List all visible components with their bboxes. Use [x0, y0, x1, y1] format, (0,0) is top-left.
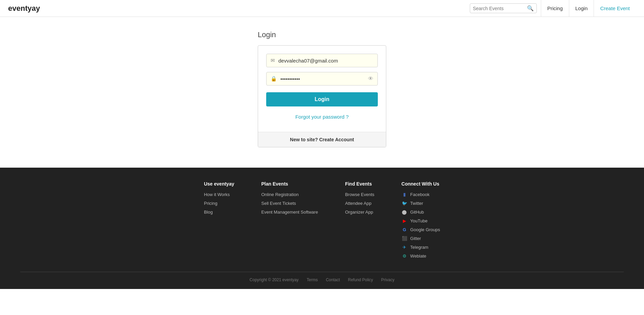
create-account-link[interactable]: New to site? Create Account — [290, 137, 354, 142]
login-link[interactable]: Login — [569, 0, 594, 17]
sell-tickets-link[interactable]: Sell Event Tickets — [261, 201, 296, 206]
gitter-label: Gitter — [410, 236, 421, 241]
privacy-link[interactable]: Privacy — [381, 277, 394, 282]
list-item: Browse Events — [345, 191, 374, 197]
google-groups-label: Google Groups — [410, 227, 440, 232]
twitter-icon: 🐦 — [401, 200, 408, 206]
list-item: Online Registration — [261, 191, 318, 197]
footer-use-eventyay: Use eventyay How it Works Pricing Blog — [204, 181, 234, 262]
navbar-right: 🔍 Pricing Login Create Event — [470, 0, 636, 17]
password-field[interactable] — [280, 76, 368, 82]
twitter-label: Twitter — [410, 201, 423, 206]
facebook-label: Facebook — [410, 192, 430, 197]
youtube-icon: ▶ — [401, 218, 408, 224]
main-content: Login ✉ 🔒 👁 Login Forgot your password ?… — [0, 17, 644, 168]
email-icon: ✉ — [271, 57, 275, 64]
login-title: Login — [258, 30, 276, 39]
copyright-text: Copyright © 2021 eventyay — [250, 277, 299, 282]
blog-link[interactable]: Blog — [204, 210, 213, 215]
pricing-link[interactable]: Pricing — [541, 0, 569, 17]
create-event-link[interactable]: Create Event — [594, 0, 636, 17]
login-card-footer: New to site? Create Account — [258, 132, 386, 147]
telegram-link[interactable]: ✈ Telegram — [401, 244, 440, 250]
footer-plan-events-links: Online Registration Sell Event Tickets E… — [261, 191, 318, 215]
youtube-label: YouTube — [410, 218, 428, 223]
facebook-link[interactable]: ▮ Facebook — [401, 191, 440, 197]
footer: Use eventyay How it Works Pricing Blog P… — [0, 168, 644, 289]
organizer-app-link[interactable]: Organizer App — [345, 210, 373, 215]
twitter-link[interactable]: 🐦 Twitter — [401, 200, 440, 206]
gitter-link[interactable]: ⬛ Gitter — [401, 235, 440, 241]
email-input-group: ✉ — [266, 54, 378, 67]
telegram-icon: ✈ — [401, 244, 408, 250]
footer-divider — [20, 272, 624, 272]
search-button[interactable]: 🔍 — [527, 5, 534, 11]
login-card: ✉ 🔒 👁 Login Forgot your password ? New t… — [258, 45, 386, 147]
browse-events-link[interactable]: Browse Events — [345, 192, 374, 197]
navbar: eventyay 🔍 Pricing Login Create Event — [0, 0, 644, 17]
footer-content: Use eventyay How it Works Pricing Blog P… — [0, 181, 644, 272]
how-it-works-link[interactable]: How it Works — [204, 192, 230, 197]
pricing-footer-link[interactable]: Pricing — [204, 201, 217, 206]
email-field[interactable] — [278, 58, 373, 64]
telegram-label: Telegram — [410, 245, 428, 250]
footer-plan-events: Plan Events Online Registration Sell Eve… — [261, 181, 318, 262]
toggle-password-icon[interactable]: 👁 — [368, 76, 373, 82]
login-button[interactable]: Login — [266, 92, 378, 106]
password-input-group: 🔒 👁 — [266, 72, 378, 86]
google-groups-icon: G — [401, 226, 408, 233]
gitter-icon: ⬛ — [401, 235, 408, 241]
list-item: Attendee App — [345, 200, 374, 206]
youtube-link[interactable]: ▶ YouTube — [401, 218, 440, 224]
list-item: Blog — [204, 209, 234, 215]
footer-connect-heading: Connect With Us — [401, 181, 440, 187]
footer-use-eventyay-links: How it Works Pricing Blog — [204, 191, 234, 215]
github-icon: ⬤ — [401, 209, 408, 215]
attendee-app-link[interactable]: Attendee App — [345, 201, 371, 206]
refund-policy-link[interactable]: Refund Policy — [348, 277, 373, 282]
list-item: Organizer App — [345, 209, 374, 215]
weblate-icon: ⚙ — [401, 253, 408, 259]
search-input[interactable] — [473, 6, 527, 11]
online-registration-link[interactable]: Online Registration — [261, 192, 299, 197]
list-item: How it Works — [204, 191, 234, 197]
footer-find-events-heading: Find Events — [345, 181, 374, 187]
google-groups-link[interactable]: G Google Groups — [401, 226, 440, 233]
weblate-link[interactable]: ⚙ Weblate — [401, 253, 440, 259]
event-management-link[interactable]: Event Management Software — [261, 210, 318, 215]
lock-icon: 🔒 — [271, 76, 277, 82]
contact-link[interactable]: Contact — [326, 277, 340, 282]
weblate-label: Weblate — [410, 253, 426, 259]
footer-bottom: Copyright © 2021 eventyay Terms Contact … — [0, 277, 644, 282]
list-item: Sell Event Tickets — [261, 200, 318, 206]
github-link[interactable]: ⬤ GitHub — [401, 209, 440, 215]
footer-plan-events-heading: Plan Events — [261, 181, 318, 187]
github-label: GitHub — [410, 210, 424, 215]
facebook-icon: ▮ — [401, 191, 408, 197]
search-container: 🔍 — [470, 3, 537, 13]
login-form: ✉ 🔒 👁 Login Forgot your password ? — [258, 46, 386, 132]
list-item: Pricing — [204, 200, 234, 206]
brand-logo[interactable]: eventyay — [8, 4, 40, 13]
forgot-password-link[interactable]: Forgot your password ? — [266, 114, 378, 120]
footer-find-events: Find Events Browse Events Attendee App O… — [345, 181, 374, 262]
list-item: Event Management Software — [261, 209, 318, 215]
footer-use-eventyay-heading: Use eventyay — [204, 181, 234, 187]
footer-find-events-links: Browse Events Attendee App Organizer App — [345, 191, 374, 215]
terms-link[interactable]: Terms — [307, 277, 318, 282]
footer-connect: Connect With Us ▮ Facebook 🐦 Twitter ⬤ G… — [401, 181, 440, 262]
